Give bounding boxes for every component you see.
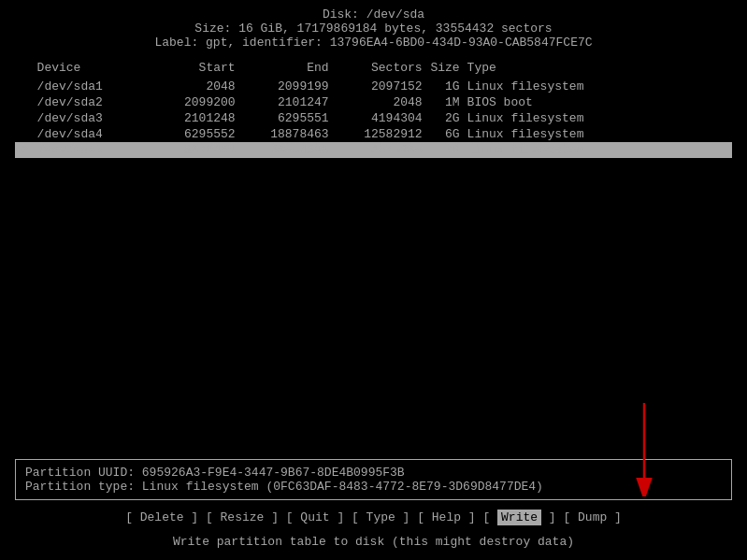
partition-type: Linux filesystem (467, 142, 732, 158)
col-header-sectors: Sectors (337, 61, 430, 79)
dump-btn[interactable]: [ Dump ] (556, 510, 622, 524)
partition-end: 2101247 (243, 94, 337, 110)
action-buttons: [ Delete ] [ Resize ] [ Quit ] [ Type ] … (15, 506, 732, 529)
status-text: Write partition table to disk (this migh… (173, 535, 574, 549)
partition-type: BIOS boot (467, 94, 732, 110)
partition-sectors: 12582912 (337, 126, 430, 142)
partition-device: /dev/sda2 (37, 94, 150, 110)
write-btn-suffix: ] (541, 510, 556, 524)
col-header-device: Device (37, 61, 150, 79)
partition-device: /dev/sda1 (37, 79, 150, 94)
disk-size-line: Size: 16 GiB, 17179869184 bytes, 3355443… (15, 22, 732, 36)
table-row[interactable]: /dev/sda2 2099200 2101247 2048 1M BIOS b… (15, 94, 732, 110)
info-line1: Partition UUID: 695926A3-F9E4-3447-9B67-… (25, 466, 722, 480)
table-row[interactable]: /dev/sda3 2101248 6295551 4194304 2G Lin… (15, 110, 732, 126)
info-box: Partition UUID: 695926A3-F9E4-3447-9B67-… (15, 459, 732, 500)
partition-type: Linux filesystem (467, 79, 732, 94)
row-marker: >> (15, 142, 37, 158)
disk-label-line: Label: gpt, identifier: 13796EA4-6BD0-43… (15, 36, 732, 50)
help-btn[interactable]: [ Help ] (409, 510, 475, 524)
partition-size: 2G (430, 110, 467, 126)
partition-type: Linux filesystem (467, 126, 732, 142)
row-marker (15, 94, 37, 110)
partition-end: 2099199 (243, 79, 337, 94)
table-row[interactable]: /dev/sda4 6295552 18878463 12582912 6G L… (15, 126, 732, 142)
col-header-size: Size (430, 61, 467, 79)
partition-sectors: 2097152 (337, 79, 430, 94)
type-btn[interactable]: [ Type ] (344, 510, 409, 524)
partition-start: 2048 (150, 79, 243, 94)
table-row[interactable]: /dev/sda1 2048 2099199 2097152 1G Linux … (15, 79, 732, 94)
status-bar: Write partition table to disk (this migh… (15, 529, 732, 553)
row-marker (15, 126, 37, 142)
partition-sectors: 2048 (337, 94, 430, 110)
write-btn[interactable]: Write (497, 510, 541, 525)
partition-size: 1G (430, 79, 467, 94)
partition-start: 2101248 (150, 110, 243, 126)
partition-device: /dev/sda4 (37, 126, 150, 142)
col-header-end: End (243, 61, 337, 79)
partition-sectors: 4194304 (337, 110, 430, 126)
info-line2: Partition type: Linux filesystem (0FC63D… (25, 480, 722, 494)
row-marker (15, 110, 37, 126)
col-header-start: Start (150, 61, 243, 79)
resize-btn[interactable]: [ Resize ] (198, 510, 279, 524)
partition-end: 33554398 (243, 142, 337, 158)
partition-end: 6295551 (243, 110, 337, 126)
disk-title: Disk: /dev/sda (15, 7, 732, 22)
col-header-type: Type (467, 61, 732, 79)
partition-size: 1M (430, 94, 467, 110)
partition-type: Linux filesystem (467, 110, 732, 126)
quit-btn[interactable]: [ Quit ] (279, 510, 344, 524)
partition-size: 6G (430, 126, 467, 142)
disk-header: Disk: /dev/sda Size: 16 GiB, 17179869184… (15, 7, 732, 50)
partition-size: 7G (430, 142, 467, 158)
partition-end: 18878463 (243, 126, 337, 142)
partition-start: 2099200 (150, 94, 243, 110)
write-btn-prefix: [ (476, 510, 497, 524)
delete-btn[interactable]: [ Delete ] (125, 510, 198, 524)
partition-device: /dev/sda5 (37, 142, 150, 158)
partition-device: /dev/sda3 (37, 110, 150, 126)
partition-start: 6295552 (150, 126, 243, 142)
partition-sectors: 14675935 (337, 142, 430, 158)
partition-start: 18878464 (150, 142, 243, 158)
row-marker (15, 79, 37, 94)
table-row[interactable]: >> /dev/sda5 18878464 33554398 14675935 … (15, 142, 732, 158)
partition-table: Device Start End Sectors Size Type /dev/… (15, 61, 732, 158)
